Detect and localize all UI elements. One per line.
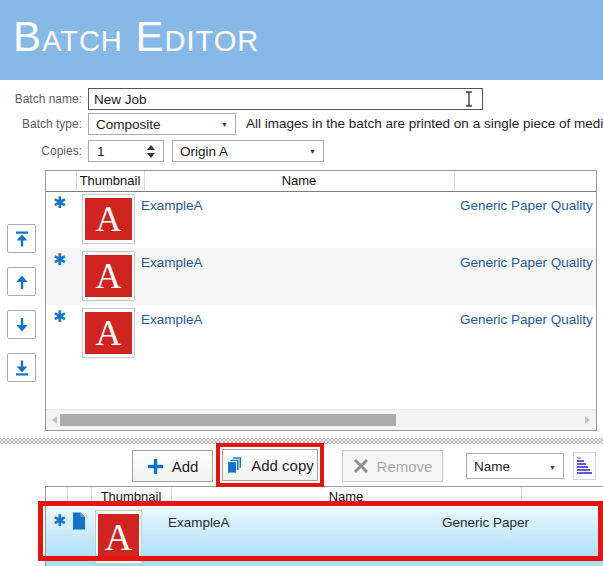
- batch-name-input[interactable]: [88, 88, 483, 110]
- move-to-bottom-button[interactable]: [7, 353, 36, 382]
- move-up-button[interactable]: [7, 267, 36, 296]
- origin-value: Origin A: [180, 144, 228, 159]
- column-header-name: Name: [144, 173, 454, 188]
- thumbnail-letter: A: [96, 258, 122, 294]
- table-header: Thumbnail Name: [46, 487, 603, 508]
- row-media: Generic Paper Quality P: [460, 255, 595, 270]
- copy-pages-icon: [226, 456, 243, 474]
- asterisk-icon: ✱: [53, 309, 66, 325]
- row-name: ExampleA: [141, 198, 203, 213]
- move-down-button[interactable]: [7, 310, 36, 339]
- add-copy-button-label: Add copy: [251, 457, 314, 474]
- column-separator: [521, 487, 522, 506]
- batch-type-description: All images in the batch are printed on a…: [246, 116, 603, 134]
- chevron-down-icon: ▼: [549, 464, 556, 471]
- row-media: Generic Paper: [442, 515, 602, 530]
- text-cursor-icon: [464, 91, 474, 107]
- asterisk-icon: ✱: [53, 195, 66, 211]
- thumbnail-letter: A: [96, 201, 122, 237]
- column-header-thumbnail: Thumbnail: [91, 489, 171, 504]
- x-icon: [353, 458, 369, 474]
- thumbnail-image: A: [82, 251, 135, 301]
- sort-order-button[interactable]: [573, 452, 596, 480]
- batch-name-label: Batch name:: [0, 92, 82, 106]
- stepper-up-icon[interactable]: [147, 145, 155, 150]
- page-title: Batch Editor: [13, 14, 259, 60]
- thumbnail-letter: A: [105, 518, 132, 556]
- column-header-thumbnail: Thumbnail: [76, 173, 144, 188]
- horizontal-scrollbar[interactable]: [46, 409, 596, 430]
- sort-by-dropdown[interactable]: Name ▼: [466, 453, 564, 479]
- sort-by-value: Name: [474, 459, 510, 474]
- row-media: Generic Paper Quality P: [460, 198, 595, 213]
- thumbnail-letter: A: [96, 315, 122, 351]
- copies-value: 1: [97, 144, 105, 159]
- plus-icon: [147, 458, 164, 475]
- arrow-to-bottom-icon: [13, 359, 31, 377]
- asterisk-icon: ✱: [53, 252, 66, 268]
- stepper-down-icon[interactable]: [147, 153, 155, 158]
- table-row[interactable]: ✱ A ExampleA Generic Paper Quality P: [46, 248, 596, 305]
- thumbnail-image: A: [82, 308, 135, 358]
- row-media: Generic Paper Quality P: [460, 312, 595, 327]
- batch-images-table: Thumbnail Name ✱ A ExampleA Generic Pape…: [45, 170, 597, 431]
- batch-type-label: Batch type:: [0, 117, 82, 131]
- scroll-left-icon[interactable]: [52, 416, 57, 424]
- arrow-up-icon: [13, 273, 31, 291]
- thumbnail-image: A: [82, 194, 135, 244]
- row-name: ExampleA: [168, 515, 230, 530]
- row-name: ExampleA: [141, 255, 203, 270]
- add-copy-button[interactable]: Add copy: [222, 449, 318, 481]
- copies-label: Copies:: [0, 144, 82, 158]
- selected-table-row[interactable]: ✱ A ExampleA Generic Paper: [46, 507, 603, 566]
- column-separator: [454, 171, 455, 190]
- batch-type-value: Composite: [96, 117, 161, 132]
- row-name: ExampleA: [141, 312, 203, 327]
- add-button-label: Add: [172, 458, 199, 475]
- move-to-top-button[interactable]: [7, 224, 36, 253]
- origin-dropdown[interactable]: Origin A ▼: [172, 140, 324, 162]
- stepper-arrows[interactable]: [147, 145, 155, 158]
- add-button[interactable]: Add: [132, 450, 213, 482]
- asterisk-icon: ✱: [53, 513, 66, 529]
- column-header-name: Name: [171, 489, 521, 504]
- scrollbar-thumb[interactable]: [60, 414, 396, 426]
- chevron-down-icon: ▼: [309, 148, 316, 155]
- sort-bars-icon: [577, 457, 595, 474]
- arrow-down-icon: [13, 316, 31, 334]
- header-banner: Batch Editor: [0, 0, 603, 80]
- arrow-to-top-icon: [13, 230, 31, 248]
- batch-type-dropdown[interactable]: Composite ▼: [88, 113, 236, 135]
- batch-editor-dialog: Batch Editor Batch name: Batch type: Com…: [0, 0, 603, 566]
- chevron-down-icon: ▼: [221, 121, 228, 128]
- remove-button-label: Remove: [377, 458, 433, 475]
- dotted-divider: [0, 438, 603, 444]
- copy-page-icon: [72, 512, 86, 530]
- remove-button[interactable]: Remove: [342, 450, 443, 482]
- table-header: Thumbnail Name: [46, 171, 596, 192]
- scroll-right-icon[interactable]: [585, 416, 590, 424]
- selected-images-table: Thumbnail Name ✱ A ExampleA Generic Pape…: [45, 486, 603, 566]
- table-row[interactable]: ✱ A ExampleA Generic Paper Quality P: [46, 191, 596, 248]
- column-separator: [67, 487, 68, 506]
- copies-stepper[interactable]: 1: [88, 140, 164, 162]
- thumbnail-image: A: [95, 510, 142, 564]
- table-row[interactable]: ✱ A ExampleA Generic Paper Quality P: [46, 305, 596, 362]
